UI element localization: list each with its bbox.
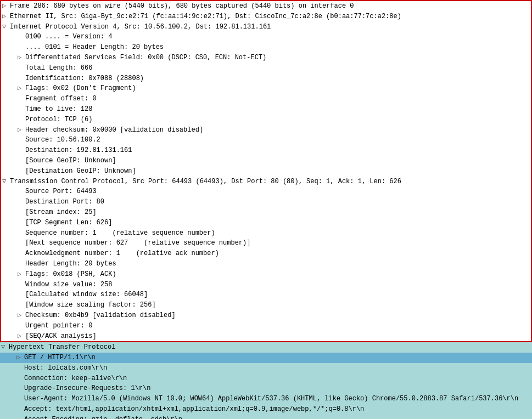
ip-totlen-row: Total Length: 666 [1,63,531,73]
http-upgrade-row: Upgrade-Insecure-Requests: 1\r\n [0,383,532,394]
no-expand-icon8 [18,135,25,145]
ip-src-text: Source: 10.56.100.2 [25,135,100,145]
ip-ttl-row: Time to live: 128 [1,104,531,115]
tcp-winscale-text: [Window size scaling factor: 256] [25,301,156,310]
expand-icon-tcpchk[interactable]: ▷ [18,311,25,320]
no-expand-icon21 [18,290,25,299]
ip-id-row: Identification: 0x7088 (28808) [1,73,531,84]
expand-icon-frame[interactable]: ▷ [2,2,10,11]
expand-icon-ip[interactable]: ▽ [2,22,10,32]
ip-ttl-text: Time to live: 128 [25,105,92,114]
ip-chk-row[interactable]: ▷ Header checksum: 0x0000 [validation di… [1,125,531,135]
ip-srcgeo-row: [Source GeoIP: Unknown] [1,156,531,166]
no-expand-icon14 [18,208,25,217]
no-expand-icon15 [18,218,25,228]
tcp-nseq-row: [Next sequence number: 627 (relative seq… [1,238,531,248]
http-get-row[interactable]: ▷ GET / HTTP/1.1\r\n [0,353,532,363]
ip-dst-text: Destination: 192.81.131.161 [25,146,132,155]
tcp-urg-text: Urgent pointer: 0 [25,321,92,331]
ip-hlen-row: .... 0101 = Header Length: 20 bytes [1,42,531,53]
tcp-seqack-text: [SEQ/ACK analysis] [25,332,97,341]
expand-icon-tcpflags[interactable]: ▷ [18,270,25,279]
ip-src-row: Source: 10.56.100.2 [1,135,531,145]
http-get-text: GET / HTTP/1.1\r\n [24,353,96,363]
no-expand-icon22 [18,301,25,310]
tcp-hlen-row: Header Length: 20 bytes [1,259,531,269]
no-expand-icon20 [18,280,25,290]
http-ae-row: Accept-Encoding: gzip, deflate, sdch\r\n [0,415,532,419]
tcp-flags-text: Flags: 0x018 (PSH, ACK) [25,270,116,279]
ip-dsf-row[interactable]: ▷ Differentiated Services Field: 0x00 (D… [1,53,531,63]
ip-proto-row: Protocol: TCP (6) [1,115,531,125]
expand-icon-dsf[interactable]: ▷ [18,53,25,63]
http-conn-text: Connection: keep-alive\r\n [24,374,127,383]
expand-icon-seqack[interactable]: ▷ [18,332,25,341]
no-expand-icon7 [18,115,25,124]
no-expand-icon28 [16,405,24,414]
no-expand-icon6 [18,105,25,114]
tcp-stream-row: [Stream index: 25] [1,207,531,218]
no-expand-icon17 [18,239,25,248]
tcp-text: Transmission Control Protocol, Src Port:… [10,177,401,186]
ip-dst-row: Destination: 192.81.131.161 [1,145,531,156]
tcp-stream-text: [Stream index: 25] [25,208,97,217]
tcp-ack-text: Acknowledgment number: 1 (relative ack n… [25,249,219,258]
ip-version-row: 0100 .... = Version: 4 [1,32,531,42]
tcp-flags-row[interactable]: ▷ Flags: 0x018 (PSH, ACK) [1,269,531,280]
tcp-chk-text: Checksum: 0xb4b9 [validation disabled] [25,311,176,320]
ip-row[interactable]: ▽ Internet Protocol Version 4, Src: 10.5… [1,22,531,32]
ip-version-text: 0100 .... = Version: 4 [25,32,112,42]
http-ua-text: User-Agent: Mozilla/5.0 (Windows NT 10.0… [24,394,518,404]
no-expand-icon12 [18,187,25,196]
expand-icon-http[interactable]: ▽ [1,343,9,352]
expand-icon-httpget[interactable]: ▷ [16,353,24,363]
no-expand-icon25 [16,374,24,383]
ip-flags-text: Flags: 0x02 (Don't Fragment) [25,84,136,93]
frame-text: Frame 286: 680 bytes on wire (5440 bits)… [10,2,354,11]
ip-srcgeo-text: [Source GeoIP: Unknown] [25,156,116,166]
no-expand-icon11 [18,167,25,176]
expand-icon-ipchk[interactable]: ▷ [18,126,25,135]
no-expand-icon3 [18,64,25,73]
no-expand-icon16 [18,229,25,238]
tcp-seqack-row[interactable]: ▷ [SEQ/ACK analysis] [1,331,531,342]
tcp-chk-row[interactable]: ▷ Checksum: 0xb4b9 [validation disabled] [1,310,531,321]
http-ua-row: User-Agent: Mozilla/5.0 (Windows NT 10.0… [0,394,532,404]
no-expand-icon [18,32,25,42]
ip-proto-text: Protocol: TCP (6) [25,115,92,124]
no-expand-icon10 [18,156,25,166]
tcp-win-row: Window size value: 258 [1,280,531,290]
tcp-sport-text: Source Port: 64493 [25,187,97,196]
ethernet-text: Ethernet II, Src: Giga-Byt_9c:e2:71 (fc:… [10,12,401,21]
tcp-sport-row: Source Port: 64493 [1,186,531,197]
packet-detail[interactable]: ▷ Frame 286: 680 bytes on wire (5440 bit… [0,0,532,419]
tcp-ack-row: Acknowledgment number: 1 (relative ack n… [1,248,531,259]
tcp-dport-text: Destination Port: 80 [25,197,104,207]
http-accept-text: Accept: text/html,application/xhtml+xml,… [24,405,364,414]
section-layers: ▷ Frame 286: 680 bytes on wire (5440 bit… [0,0,532,342]
no-expand-icon18 [18,249,25,258]
ethernet-row[interactable]: ▷ Ethernet II, Src: Giga-Byt_9c:e2:71 (f… [1,12,531,22]
expand-icon-ipflags[interactable]: ▷ [18,84,25,93]
tcp-urg-row: Urgent pointer: 0 [1,321,531,331]
ip-dsf-text: Differentiated Services Field: 0x00 (DSC… [25,53,266,63]
tcp-row[interactable]: ▽ Transmission Control Protocol, Src Por… [1,177,531,187]
http-upgrade-text: Upgrade-Insecure-Requests: 1\r\n [24,384,150,393]
http-ae-text: Accept-Encoding: gzip, deflate, sdch\r\n [24,415,182,419]
expand-icon-ethernet[interactable]: ▷ [2,12,10,21]
ip-text: Internet Protocol Version 4, Src: 10.56.… [10,22,271,32]
ip-flags-row[interactable]: ▷ Flags: 0x02 (Don't Fragment) [1,83,531,94]
http-text: Hypertext Transfer Protocol [9,343,115,352]
expand-icon-tcp[interactable]: ▽ [2,177,10,186]
http-row[interactable]: ▽ Hypertext Transfer Protocol [0,342,532,353]
section-http: ▽ Hypertext Transfer Protocol ▷ GET / HT… [0,342,532,419]
no-expand-icon24 [16,364,24,373]
http-conn-row: Connection: keep-alive\r\n [0,373,532,384]
tcp-nseq-text: [Next sequence number: 627 (relative seq… [25,239,250,248]
frame-row[interactable]: ▷ Frame 286: 680 bytes on wire (5440 bit… [1,1,531,12]
ip-hlen-text: .... 0101 = Header Length: 20 bytes [25,43,164,52]
tcp-dport-row: Destination Port: 80 [1,197,531,207]
tcp-calcwin-row: [Calculated window size: 66048] [1,290,531,300]
ip-dstgeo-text: [Destination GeoIP: Unknown] [25,167,136,176]
http-host-text: Host: lolcats.com\r\n [24,364,107,373]
